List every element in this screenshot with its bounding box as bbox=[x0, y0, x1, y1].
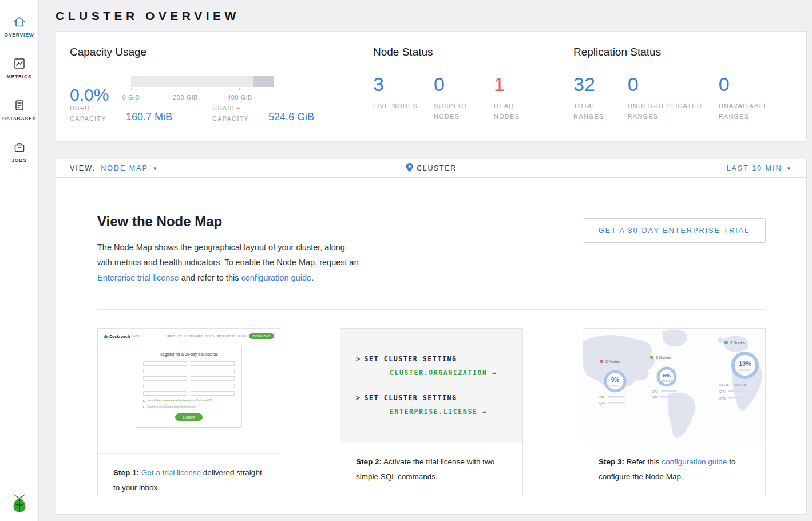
form-input bbox=[143, 384, 187, 388]
capacity-axis: 0 GiB 200 GiB 400 GiB bbox=[131, 87, 274, 102]
sidebar-item-jobs[interactable]: JOBS bbox=[0, 131, 38, 173]
section-title: Node Status bbox=[373, 46, 573, 58]
axis-tick-label: 400 GiB bbox=[227, 94, 252, 101]
svg-text:3 Nodes: 3 Nodes bbox=[730, 341, 746, 345]
svg-text:3.6 GiB: 3.6 GiB bbox=[719, 383, 729, 386]
sidebar-item-overview[interactable]: OVERVIEW bbox=[0, 6, 38, 48]
view-label: VIEW: bbox=[70, 164, 96, 172]
sidebar-item-label: OVERVIEW bbox=[4, 32, 34, 38]
databases-icon bbox=[13, 99, 26, 112]
svg-text:QPS: QPS bbox=[652, 396, 658, 399]
step1-caption: Step 1: Get a trial license delivered st… bbox=[98, 454, 280, 496]
sidebar-item-databases[interactable]: DATABASES bbox=[0, 89, 38, 131]
total-ranges-stat: 32 TOTAL RANGES bbox=[573, 74, 628, 121]
main-content: CLUSTER OVERVIEW Capacity Usage 0.0% 0 G… bbox=[39, 0, 812, 521]
briefcase-icon bbox=[13, 141, 26, 153]
usable-capacity-value: 524.6 GiB bbox=[268, 111, 314, 124]
form-input bbox=[143, 391, 187, 396]
submit-button: SUBMIT bbox=[175, 413, 203, 421]
axis-tick-label: 0 GiB bbox=[122, 94, 140, 101]
sidebar: OVERVIEW METRICS DATABASES bbox=[0, 0, 39, 521]
time-range-value: LAST 10 MIN bbox=[727, 164, 782, 172]
view-selector[interactable]: VIEW: NODE MAP ▾ bbox=[70, 164, 156, 172]
step1-screenshot: CockroachLABS PRODUCT CUSTOMERS DOCS RES… bbox=[98, 329, 280, 454]
chevron-down-icon: ▾ bbox=[787, 165, 791, 172]
used-capacity-value: 160.7 MiB bbox=[126, 111, 172, 124]
configuration-guide-link[interactable]: configuration guide bbox=[662, 457, 727, 466]
checkbox bbox=[143, 406, 145, 408]
form-input bbox=[191, 376, 235, 381]
svg-text:QPS: QPS bbox=[719, 397, 726, 400]
replication-status-section: Replication Status 32 TOTAL RANGES 0 UND… bbox=[573, 46, 793, 127]
form-input bbox=[191, 361, 235, 366]
live-nodes-stat: 3 LIVE NODES bbox=[373, 74, 434, 121]
svg-text:CPU: CPU bbox=[652, 390, 658, 393]
get-trial-license-link[interactable]: Get a trial license bbox=[141, 468, 201, 477]
capacity-bar-nonusable-segment bbox=[253, 76, 275, 87]
enterprise-trial-license-link[interactable]: Enterprise trial license bbox=[97, 273, 179, 282]
svg-text:CPU: CPU bbox=[599, 396, 605, 399]
capacity-usage-section: Capacity Usage 0.0% 0 GiB 200 GiB 400 Gi… bbox=[70, 46, 373, 127]
cockroach-logo bbox=[0, 494, 38, 513]
node-map-heading: View the Node Map bbox=[97, 214, 362, 230]
app-root: OVERVIEW METRICS DATABASES bbox=[0, 0, 812, 521]
step3-card: 3 Nodes 9% CAPACITY CPU QPS bbox=[583, 328, 766, 496]
svg-text:CPU: CPU bbox=[719, 390, 726, 393]
page-title: CLUSTER OVERVIEW bbox=[56, 9, 807, 23]
sidebar-item-label: METRICS bbox=[7, 74, 32, 80]
node-status-section: Node Status 3 LIVE NODES 0 SUSPECT NODES… bbox=[373, 46, 573, 127]
section-title: Replication Status bbox=[573, 46, 793, 58]
sidebar-item-label: JOBS bbox=[11, 157, 26, 163]
form-input bbox=[191, 369, 235, 373]
svg-text:10%: 10% bbox=[739, 360, 751, 367]
configuration-guide-link[interactable]: configuration guide bbox=[241, 273, 311, 282]
node-map-preview: 3 Nodes 9% CAPACITY CPU QPS bbox=[583, 329, 765, 443]
map-breadcrumb: CLUSTER bbox=[406, 163, 457, 173]
step2-caption: Step 2: Activate the trial license with … bbox=[340, 443, 522, 485]
svg-text:9%: 9% bbox=[611, 377, 620, 383]
step2-card: >SET CLUSTER SETTING CLUSTER.ORGANIZATIO… bbox=[340, 328, 523, 496]
svg-text:CAPACITY: CAPACITY bbox=[609, 384, 621, 387]
download-button: DOWNLOAD bbox=[249, 333, 274, 339]
svg-text:CAPACITY: CAPACITY bbox=[661, 380, 672, 382]
cluster-summary-card: Capacity Usage 0.0% 0 GiB 200 GiB 400 Gi… bbox=[56, 31, 807, 141]
form-input bbox=[191, 384, 235, 388]
cockroach-labs-logo: CockroachLABS bbox=[104, 333, 140, 339]
enterprise-trial-button[interactable]: GET A 30-DAY ENTERPRISE TRIAL bbox=[583, 218, 766, 243]
node-map-intro: The Node Map shows the geographical layo… bbox=[97, 240, 362, 285]
axis-tick-label: 200 GiB bbox=[173, 94, 198, 101]
checkbox bbox=[143, 400, 145, 402]
metrics-icon bbox=[13, 57, 26, 70]
form-input bbox=[143, 361, 187, 366]
unavailable-ranges-stat: 0 UNAVAILABLE RANGES bbox=[719, 74, 793, 121]
step3-caption: Step 3: Refer this configuration guide t… bbox=[583, 443, 765, 485]
sidebar-item-metrics[interactable]: METRICS bbox=[0, 48, 38, 89]
usable-capacity-label: USABLE CAPACITY bbox=[212, 103, 259, 124]
svg-text:3 Nodes: 3 Nodes bbox=[605, 360, 621, 364]
sidebar-item-label: DATABASES bbox=[2, 116, 36, 121]
svg-text:3 Nodes: 3 Nodes bbox=[656, 356, 671, 360]
suspect-nodes-stat: 0 SUSPECT NODES bbox=[434, 74, 494, 121]
capacity-bar bbox=[131, 76, 274, 87]
form-input bbox=[143, 376, 187, 381]
time-range-selector[interactable]: LAST 10 MIN ▾ bbox=[727, 164, 791, 172]
breadcrumb-label: CLUSTER bbox=[417, 164, 457, 172]
svg-text:6%: 6% bbox=[663, 373, 670, 378]
step1-card: CockroachLABS PRODUCT CUSTOMERS DOCS RES… bbox=[97, 328, 280, 496]
dead-nodes-stat: 1 DEAD NODES bbox=[494, 74, 540, 121]
home-icon bbox=[13, 15, 26, 28]
usable-capacity: USABLE CAPACITY 524.6 GiB bbox=[212, 103, 314, 124]
divider bbox=[97, 309, 766, 310]
location-pin-icon bbox=[406, 163, 413, 173]
svg-text:QPS: QPS bbox=[599, 401, 605, 405]
sql-code-block: >SET CLUSTER SETTING CLUSTER.ORGANIZATIO… bbox=[340, 329, 522, 443]
chevron-down-icon: ▾ bbox=[153, 165, 157, 172]
view-bar: VIEW: NODE MAP ▾ CLUSTER LAST 10 MIN ▾ bbox=[56, 159, 807, 178]
section-title: Capacity Usage bbox=[70, 46, 373, 58]
form-input bbox=[143, 369, 187, 373]
under-replicated-ranges-stat: 0 UNDER-REPLICATED RANGES bbox=[628, 74, 719, 121]
used-capacity: USED CAPACITY 160.7 MiB bbox=[70, 103, 172, 124]
site-nav: PRODUCT CUSTOMERS DOCS RESOURCES BLOG DO… bbox=[167, 333, 274, 339]
form-input bbox=[191, 391, 235, 396]
used-capacity-label: USED CAPACITY bbox=[70, 103, 117, 124]
